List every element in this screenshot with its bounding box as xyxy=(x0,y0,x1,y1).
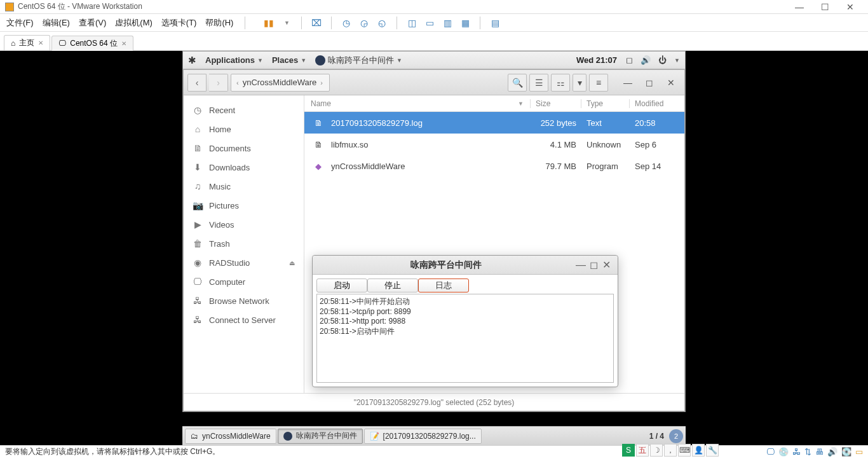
col-type[interactable]: Type xyxy=(581,99,630,108)
ime-mode[interactable]: 五 xyxy=(636,444,649,457)
network-icon: 🖧 xyxy=(193,296,203,306)
snapshot-take-icon[interactable]: ◷ xyxy=(341,17,352,29)
monitor-icon[interactable]: 🖵 xyxy=(766,447,775,457)
minimize-button[interactable]: — xyxy=(787,2,812,12)
power-icon[interactable]: ⏻ xyxy=(658,55,667,65)
file-row[interactable]: 🗎20170913205829279.log252 bytesText20:58 xyxy=(304,112,684,134)
sidebar-item-browse-network[interactable]: 🖧Browse Network xyxy=(184,291,304,310)
menu-help[interactable]: 帮助(H) xyxy=(205,17,233,29)
close-icon[interactable]: ✕ xyxy=(38,39,43,46)
sidebar-item-music[interactable]: ♫Music xyxy=(184,177,304,196)
menu-vm[interactable]: 虚拟机(M) xyxy=(115,17,153,29)
sidebar-item-label: Documents xyxy=(209,144,251,153)
sidebar-item-trash[interactable]: 🗑Trash xyxy=(184,234,304,253)
library-icon[interactable]: ▤ xyxy=(489,17,501,29)
moon-icon[interactable]: ☽ xyxy=(650,444,663,457)
disk-icon[interactable]: 💿 xyxy=(778,447,789,457)
tab-log[interactable]: 日志 xyxy=(418,279,469,292)
close-button[interactable]: ✕ xyxy=(661,74,681,92)
clock[interactable]: Wed 21:07 xyxy=(576,55,617,65)
accessibility-icon[interactable]: ◻ xyxy=(626,55,633,65)
menu-edit[interactable]: 编辑(E) xyxy=(43,17,70,29)
search-button[interactable]: 🔍 xyxy=(508,74,527,92)
tab-stop[interactable]: 停止 xyxy=(367,279,418,292)
chevron-down-icon[interactable]: ▼ xyxy=(674,57,680,64)
menu-button[interactable]: ≡ xyxy=(589,74,608,92)
close-button[interactable]: ✕ xyxy=(600,259,613,271)
thumbnail-icon[interactable]: ▦ xyxy=(459,17,471,29)
sidebar-item-computer[interactable]: 🖵Computer xyxy=(184,272,304,291)
network-icon[interactable]: 🖧 xyxy=(792,447,801,457)
maximize-button[interactable]: ◻ xyxy=(587,259,600,271)
sidebar-item-videos[interactable]: ▶Videos xyxy=(184,215,304,234)
col-modified[interactable]: Modified xyxy=(630,99,684,108)
punct-icon[interactable]: ， xyxy=(664,444,677,457)
applications-menu[interactable]: Applications ▼ xyxy=(205,55,263,65)
column-headers[interactable]: Name▼ Size Type Modified xyxy=(304,95,684,112)
path-bar[interactable]: ‹ ynCrossMiddleWare › xyxy=(231,74,330,92)
sound-icon[interactable]: 🔊 xyxy=(827,447,837,457)
sidebar-item-pictures[interactable]: 📷Pictures xyxy=(184,196,304,215)
send-ctrl-alt-del-icon[interactable]: ⌧ xyxy=(311,17,322,29)
taskbar-item-editor[interactable]: 📝 [20170913205829279.log... xyxy=(364,429,482,444)
nav-forward-button[interactable]: › xyxy=(209,74,228,92)
tab-start[interactable]: 启动 xyxy=(316,279,367,292)
menu-file[interactable]: 文件(F) xyxy=(6,17,34,29)
printer-icon[interactable]: 🖶 xyxy=(815,447,824,457)
sidebar-item-radstudio[interactable]: ◉RADStudio⏏ xyxy=(184,253,304,272)
col-name[interactable]: Name xyxy=(311,99,331,108)
view-dropdown-button[interactable]: ▾ xyxy=(573,74,587,92)
eject-icon[interactable]: ⏏ xyxy=(289,259,295,266)
ime-toolbar[interactable]: S 五 ☽ ， ⌨ 👤 🔧 xyxy=(622,443,719,457)
close-button[interactable]: ✕ xyxy=(837,2,863,12)
snapshot-revert-icon[interactable]: ◶ xyxy=(358,17,370,29)
tab-home[interactable]: ⌂ 主页 ✕ xyxy=(4,35,50,50)
maximize-button[interactable]: ◻ xyxy=(640,74,659,92)
power-dropdown-icon[interactable]: ▼ xyxy=(281,17,292,29)
taskbar-item-nautilus[interactable]: 🗂 ynCrossMiddleWare xyxy=(185,429,276,444)
file-row[interactable]: 🗎libfmux.so4.1 MBUnknownSep 6 xyxy=(304,134,684,155)
workspace-indicator[interactable]: 1 / 4 xyxy=(646,432,668,441)
snapshot-manage-icon[interactable]: ◵ xyxy=(376,17,388,29)
view-list-button[interactable]: ☰ xyxy=(529,74,548,92)
minimize-button[interactable]: — xyxy=(618,74,637,92)
menu-tabs[interactable]: 选项卡(T) xyxy=(161,17,197,29)
usb-icon[interactable]: ⇅ xyxy=(804,447,811,457)
pause-icon[interactable]: ▮▮ xyxy=(263,17,275,29)
file-row[interactable]: ◆ynCrossMiddleWare79.7 MBProgramSep 14 xyxy=(304,155,684,177)
unity-icon[interactable]: ▥ xyxy=(442,17,453,29)
sidebar-item-recent[interactable]: ◷Recent xyxy=(184,100,304,120)
sidebar-item-documents[interactable]: 🗎Documents xyxy=(184,139,304,158)
places-menu[interactable]: Places ▼ xyxy=(272,55,306,65)
settings-icon[interactable]: 🔧 xyxy=(706,444,719,457)
vmware-toolbar: ▮▮ ▼ ⌧ ◷ ◶ ◵ ◫ ▭ ▥ ▦ ▤ xyxy=(263,17,501,29)
cdrom-icon[interactable]: 💽 xyxy=(841,447,851,457)
menu-view[interactable]: 查看(V) xyxy=(79,17,106,29)
path-segment[interactable]: ynCrossMiddleWare xyxy=(243,78,317,87)
nav-back-button[interactable]: ‹ xyxy=(187,74,207,92)
message-icon[interactable]: ▭ xyxy=(855,447,863,457)
notification-badge[interactable]: 2 xyxy=(669,429,683,443)
fullscreen-icon[interactable]: ▭ xyxy=(424,17,435,29)
vm-icon: 🖵 xyxy=(58,39,66,48)
sidebar-item-connect-to-server[interactable]: 🖧Connect to Server xyxy=(184,310,304,329)
ime-logo-icon[interactable]: S xyxy=(622,444,635,457)
volume-icon[interactable]: 🔊 xyxy=(641,55,651,65)
maximize-button[interactable]: ☐ xyxy=(812,2,837,12)
taskbar-item-app[interactable]: 咏南跨平台中间件 xyxy=(278,429,363,444)
close-icon[interactable]: ✕ xyxy=(121,40,126,47)
view-grid-button[interactable]: ⚏ xyxy=(551,74,570,92)
fit-icon[interactable]: ◫ xyxy=(406,17,417,29)
app-titlebar[interactable]: 咏南跨平台中间件 — ◻ ✕ xyxy=(313,256,618,275)
active-app-menu[interactable]: 咏南跨平台中间件 ▼ xyxy=(315,55,402,66)
file-list: 🗎20170913205829279.log252 bytesText20:58… xyxy=(304,112,684,177)
tab-vm[interactable]: 🖵 CentOS 64 位 ✕ xyxy=(51,36,133,51)
minimize-button[interactable]: — xyxy=(574,259,587,271)
activities-icon[interactable]: ✱ xyxy=(188,55,196,66)
keyboard-icon[interactable]: ⌨ xyxy=(678,444,691,457)
vm-viewport[interactable]: ✱ Applications ▼ Places ▼ 咏南跨平台中间件 ▼ Wed… xyxy=(0,51,868,445)
sidebar-item-home[interactable]: ⌂Home xyxy=(184,120,304,139)
user-icon[interactable]: 👤 xyxy=(692,444,705,457)
sidebar-item-downloads[interactable]: ⬇Downloads xyxy=(184,158,304,177)
col-size[interactable]: Size xyxy=(531,99,581,108)
